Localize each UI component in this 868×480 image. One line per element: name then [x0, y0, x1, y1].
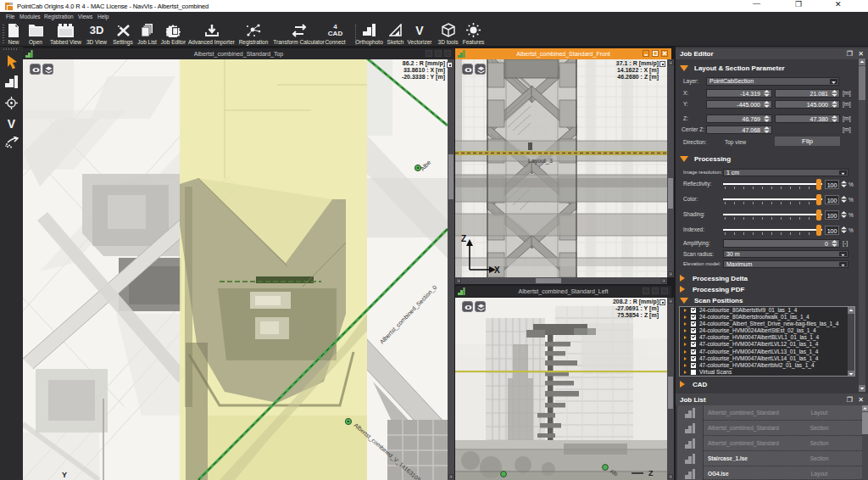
svg-text:X: X	[494, 265, 500, 275]
svg-text:Z: Z	[461, 234, 466, 243]
svg-text:Layout_3: Layout_3	[528, 158, 553, 165]
svg-text:Y: Y	[62, 471, 67, 479]
svg-text:Z: Z	[648, 469, 654, 477]
